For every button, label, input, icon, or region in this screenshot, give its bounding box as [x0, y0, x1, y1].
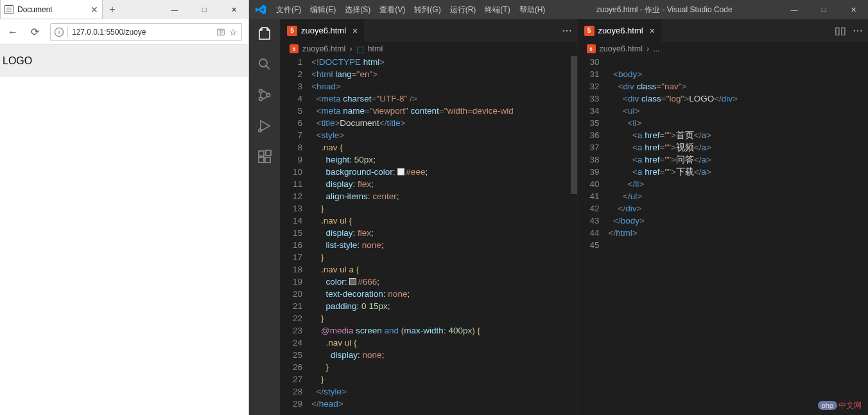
menu-item[interactable]: 帮助(H): [516, 0, 550, 19]
vscode-window-controls: — □ ✕: [779, 6, 868, 14]
source-control-icon[interactable]: [256, 86, 273, 104]
breadcrumb-more: ...: [653, 44, 659, 53]
new-tab-button[interactable]: +: [103, 0, 122, 19]
editor-tab-bar: 5 zuoye6.html × ▯▯ ⋯: [578, 19, 868, 42]
code-editor[interactable]: 1234567891011121314151617181920212223242…: [281, 56, 577, 415]
html-file-icon: 5: [587, 44, 596, 53]
menu-item[interactable]: 文件(F): [272, 0, 305, 19]
refresh-button[interactable]: ⟳: [28, 26, 41, 38]
browser-tab-title: Document: [17, 5, 53, 14]
menu-item[interactable]: 运行(R): [446, 0, 480, 19]
browser-toolbar: ← ⟳ i 127.0.0.1:5500/zuoye ☆: [0, 19, 248, 45]
maximize-button[interactable]: □: [809, 6, 838, 14]
url-text: 127.0.0.1:5500/zuoye: [72, 28, 146, 37]
address-bar[interactable]: i 127.0.0.1:5500/zuoye ☆: [50, 23, 242, 41]
vscode-title-bar: 文件(F)编辑(E)选择(S)查看(V)转到(G)运行(R)终端(T)帮助(H)…: [249, 0, 868, 19]
svg-point-3: [259, 98, 263, 101]
close-window-button[interactable]: ✕: [219, 0, 248, 19]
maximize-button[interactable]: □: [189, 0, 219, 19]
close-tab-icon[interactable]: ×: [650, 26, 655, 36]
svg-point-4: [267, 94, 270, 97]
browser-tab-bar: Document ✕ + — □ ✕: [0, 0, 248, 19]
tab-label: zuoye6.html: [301, 26, 346, 35]
breadcrumb-symbol: html: [368, 44, 383, 53]
html-file-icon: 5: [287, 26, 297, 36]
activity-bar: [249, 19, 280, 415]
svg-point-5: [259, 129, 261, 132]
editor-tab[interactable]: 5 zuoye6.html ×: [578, 19, 661, 42]
svg-point-1: [259, 59, 267, 67]
browser-window-controls: — □ ✕: [160, 0, 248, 19]
svg-rect-8: [265, 157, 270, 163]
menu-item[interactable]: 转到(G): [410, 0, 444, 19]
close-window-button[interactable]: ✕: [838, 6, 868, 14]
reading-view-icon[interactable]: [216, 28, 225, 37]
chevron-right-icon: ›: [647, 44, 649, 53]
page-logo: LOGO: [3, 55, 32, 67]
watermark-cn: 中文网: [838, 401, 862, 410]
breadcrumb[interactable]: 5 zuoye6.html › ...: [578, 42, 868, 56]
browser-tab[interactable]: Document ✕: [0, 0, 103, 19]
watermark: php中文网: [818, 400, 862, 411]
back-button[interactable]: ←: [6, 26, 19, 38]
minimize-button[interactable]: —: [779, 6, 809, 14]
code-editor[interactable]: 30313233343536373839404142434445 <body> …: [578, 56, 868, 415]
chevron-right-icon: ›: [349, 44, 352, 53]
more-actions-icon[interactable]: ⋯: [562, 24, 572, 37]
menu-item[interactable]: 选择(S): [341, 0, 374, 19]
svg-rect-9: [266, 150, 271, 155]
browser-viewport: LOGO: [0, 45, 248, 415]
svg-rect-6: [259, 151, 264, 156]
breadcrumb-file: zuoye6.html: [600, 44, 643, 53]
breadcrumb[interactable]: 5 zuoye6.html › ⬚ html: [281, 42, 577, 56]
vscode-window: 文件(F)编辑(E)选择(S)查看(V)转到(G)运行(R)终端(T)帮助(H)…: [249, 0, 868, 415]
more-actions-icon[interactable]: ⋯: [853, 24, 863, 37]
extensions-icon[interactable]: [256, 148, 273, 166]
tab-label: zuoye6.html: [598, 26, 643, 35]
html-file-icon: 5: [584, 26, 595, 36]
search-icon[interactable]: [256, 55, 273, 73]
menu-item[interactable]: 查看(V): [376, 0, 409, 19]
favorite-icon[interactable]: ☆: [229, 27, 238, 37]
editor-tab[interactable]: 5 zuoye6.html ×: [281, 19, 364, 42]
symbol-icon: ⬚: [356, 44, 364, 54]
breadcrumb-file: zuoye6.html: [302, 44, 345, 53]
svg-point-2: [259, 90, 263, 93]
vscode-menu-bar: 文件(F)编辑(E)选择(S)查看(V)转到(G)运行(R)终端(T)帮助(H): [272, 0, 549, 19]
document-icon: [4, 5, 13, 14]
page-nav: LOGO: [0, 45, 248, 77]
close-tab-icon[interactable]: ×: [352, 26, 358, 36]
vscode-window-title: zuoye6.html - 作业 - Visual Studio Code: [549, 4, 779, 15]
html-file-icon: 5: [290, 44, 299, 53]
menu-item[interactable]: 编辑(E): [306, 0, 340, 19]
menu-item[interactable]: 终端(T): [481, 0, 514, 19]
split-editor-icon[interactable]: ▯▯: [835, 24, 846, 37]
run-debug-icon[interactable]: [256, 117, 273, 135]
browser-window: Document ✕ + — □ ✕ ← ⟳ i 127.0.0.1:5500/…: [0, 0, 249, 415]
svg-rect-7: [259, 157, 264, 163]
editor-group-1: 5 zuoye6.html × ⋯ 5 zuoye6.html › ⬚ html: [280, 19, 577, 415]
editor-group-2: 5 zuoye6.html × ▯▯ ⋯ 5 zuoye6.html › ...: [577, 19, 868, 415]
editor-tab-bar: 5 zuoye6.html × ⋯: [281, 19, 577, 42]
site-info-icon[interactable]: i: [55, 28, 64, 37]
close-tab-icon[interactable]: ✕: [91, 4, 98, 15]
explorer-icon[interactable]: [256, 24, 273, 42]
minimize-button[interactable]: —: [160, 0, 189, 19]
vscode-logo-icon: [249, 4, 272, 15]
watermark-php: php: [818, 401, 837, 410]
